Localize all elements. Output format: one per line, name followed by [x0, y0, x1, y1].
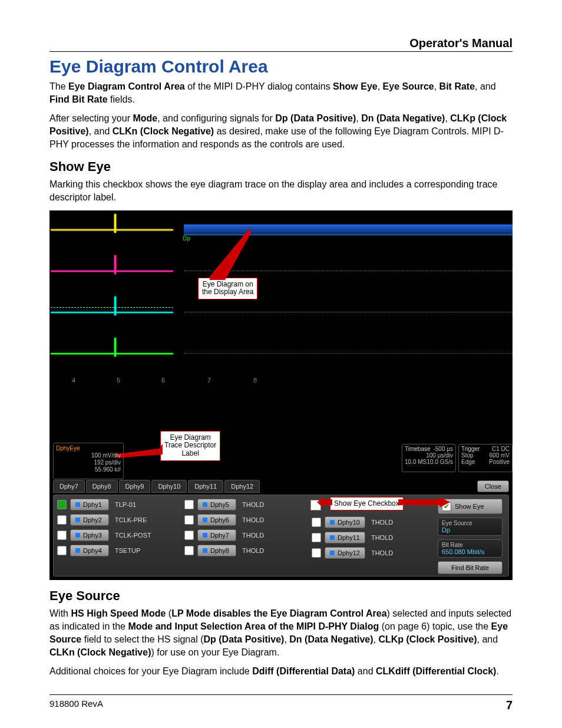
trigger-readout[interactable]: TriggerC1 DC Stop600 mV EdgePositive	[458, 444, 513, 472]
callout-trace-descriptor: Eye Diagram Trace Descriptor Label	[160, 431, 220, 461]
page-footer: 918800 RevA 7	[49, 694, 513, 712]
waveform-area: Dp 4 5 6 7 8	[49, 210, 513, 387]
svg-marker-0	[210, 228, 251, 280]
dphy2-button[interactable]: Dphy2	[70, 514, 109, 526]
status-lamp-icon	[57, 515, 67, 525]
tab-dphy8[interactable]: Dphy8	[86, 480, 118, 493]
callout-eye-display: Eye Diagram on the Display Area	[198, 278, 257, 300]
tab-dphy10[interactable]: Dphy10	[151, 480, 187, 493]
show-eye-para: Marking this checkbox shows the eye diag…	[49, 178, 513, 204]
intro-para-2: After selecting your Mode, and configuri…	[49, 112, 513, 151]
dphy8-button[interactable]: Dphy8	[197, 545, 236, 556]
dphy4-button[interactable]: Dphy4	[70, 545, 109, 556]
status-lamp-icon	[184, 531, 194, 540]
callout-arrow-icon	[210, 228, 251, 280]
dphy7-button[interactable]: Dphy7	[197, 529, 236, 541]
status-lamp-icon	[57, 500, 67, 509]
dphy3-button[interactable]: Dphy3	[70, 529, 109, 541]
screenshot-figure: Dp 4 5 6 7 8 Eye Diagram on the Display …	[49, 210, 513, 580]
close-button[interactable]: Close	[477, 480, 509, 492]
callout-show-eye-checkbox: Show Eye Checkbox	[330, 497, 404, 511]
tab-dphy11[interactable]: Dphy11	[188, 480, 223, 493]
page-title: Eye Diagram Control Area	[49, 57, 513, 77]
status-lamp-icon	[312, 518, 321, 527]
tab-bar: Dphy7 Dphy8 Dphy9 Dphy10 Dphy11 Dphy12 C…	[53, 479, 509, 493]
svg-marker-3	[317, 497, 332, 508]
callout-arrow-icon	[398, 497, 450, 509]
timebase-readout[interactable]: Timebase-500 µs 100 µs/div 10.0 MS10.0 G…	[402, 444, 456, 472]
trace-descriptor[interactable]: DphyEye 100 mV/div 192 ps/div 55.960 k#	[53, 443, 124, 479]
dphy11-button[interactable]: Dphy11	[325, 532, 365, 543]
eye-source-para-1: With HS High Speed Mode (LP Mode disable…	[49, 607, 513, 659]
status-lamp-icon	[57, 531, 67, 540]
svg-marker-2	[398, 497, 450, 508]
heading-eye-source: Eye Source	[49, 588, 513, 604]
status-lamp-icon	[312, 548, 321, 558]
footer-docid: 918800 RevA	[49, 699, 103, 712]
dphy1-button[interactable]: Dphy1	[70, 499, 109, 510]
tab-dphy9[interactable]: Dphy9	[119, 480, 151, 493]
dphy6-button[interactable]: Dphy6	[197, 514, 236, 526]
heading-show-eye: Show Eye	[49, 159, 513, 174]
bit-rate-field[interactable]: Bit Rate 650.080 Mbit/s	[438, 539, 503, 558]
footer-page-number: 7	[506, 699, 513, 712]
dphy10-button[interactable]: Dphy10	[325, 516, 365, 528]
dphy5-button[interactable]: Dphy5	[197, 499, 236, 510]
tab-dphy12[interactable]: Dphy12	[224, 480, 260, 493]
doc-category: Operator's Manual	[49, 37, 513, 52]
status-lamp-icon	[184, 546, 194, 555]
status-lamp-icon	[57, 546, 67, 555]
status-lamp-icon	[312, 533, 321, 542]
status-lamp-icon	[184, 515, 194, 525]
find-bit-rate-button[interactable]: Find Bit Rate	[438, 561, 503, 574]
dp-trace-label: Dp	[183, 235, 190, 242]
intro-para-1: The Eye Diagram Control Area of the MIPI…	[49, 80, 513, 106]
eye-source-para-2: Additional choices for your Eye Diagram …	[49, 665, 513, 678]
tab-dphy7[interactable]: Dphy7	[53, 480, 85, 493]
dphy12-button[interactable]: Dphy12	[325, 547, 365, 559]
eye-source-field[interactable]: Eye Source Dp	[438, 518, 503, 536]
callout-arrow-icon	[317, 497, 332, 508]
status-lamp-icon	[184, 500, 194, 509]
